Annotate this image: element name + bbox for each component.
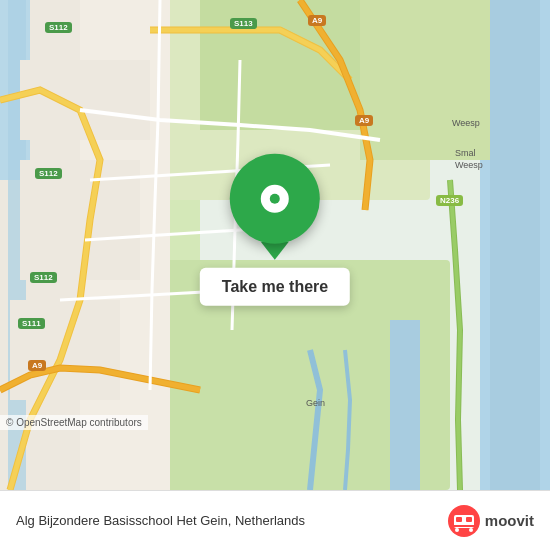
road-badge-a9-mid: A9 bbox=[355, 115, 373, 126]
moovit-brand-text: moovit bbox=[485, 512, 534, 529]
bottom-bar: Alg Bijzondere Basisschool Het Gein, Net… bbox=[0, 490, 550, 550]
location-name: Alg Bijzondere Basisschool Het Gein, Net… bbox=[16, 513, 305, 528]
moovit-icon bbox=[447, 504, 481, 538]
pin-triangle bbox=[261, 242, 289, 260]
map-label-smal-weesp: SmalWeesp bbox=[455, 148, 483, 171]
svg-rect-2 bbox=[456, 517, 462, 522]
svg-point-4 bbox=[455, 528, 459, 532]
take-me-there-button[interactable]: Take me there bbox=[200, 268, 350, 306]
pin-inner-dot bbox=[261, 185, 289, 213]
road-badge-n236: N236 bbox=[436, 195, 463, 206]
location-popup: Take me there bbox=[200, 154, 350, 306]
road-badge-s111: S111 bbox=[18, 318, 45, 329]
map-label-weesp: Weesp bbox=[452, 118, 480, 128]
road-badge-s113: S113 bbox=[230, 18, 257, 29]
map-label-gein: Gein bbox=[306, 398, 325, 408]
road-badge-s112-bot: S112 bbox=[30, 272, 57, 283]
road-badge-a9-bot: A9 bbox=[28, 360, 46, 371]
copyright-notice: © OpenStreetMap contributors bbox=[0, 415, 148, 430]
svg-point-5 bbox=[469, 528, 473, 532]
svg-rect-3 bbox=[466, 517, 472, 522]
svg-rect-6 bbox=[454, 525, 474, 527]
road-badge-s112-top: S112 bbox=[45, 22, 72, 33]
moovit-logo: moovit bbox=[447, 504, 534, 538]
road-badge-s112-mid: S112 bbox=[35, 168, 62, 179]
road-badge-a9-top: A9 bbox=[308, 15, 326, 26]
map-view: S112 S113 A9 A9 S112 S112 S111 A9 N236 W… bbox=[0, 0, 550, 490]
map-pin bbox=[230, 154, 320, 244]
